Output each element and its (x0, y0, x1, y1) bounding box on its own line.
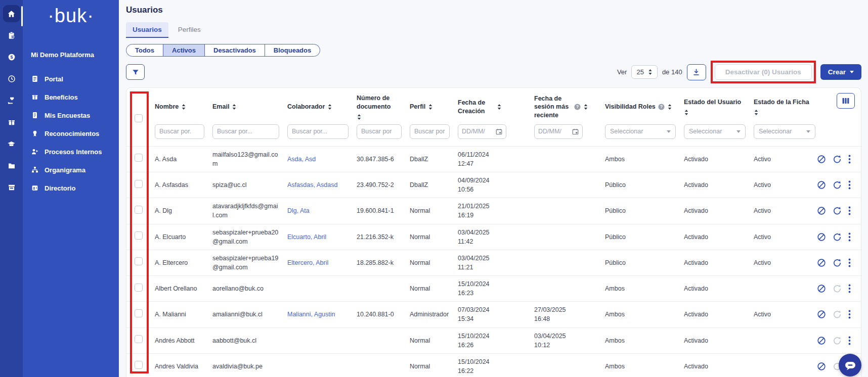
deactivate-user-button[interactable] (817, 284, 826, 293)
sort-icon[interactable] (232, 104, 237, 110)
deactivate-users-button[interactable]: Desactivar (0) Usuarios (715, 64, 812, 80)
row-checkbox[interactable] (135, 180, 143, 188)
segment-bloqueados[interactable]: Bloqueados (265, 44, 320, 56)
sidebar-item-reconocimientos[interactable]: Reconocimientos (23, 124, 119, 143)
column-header-estado-ficha[interactable]: Estado de la Ficha (754, 98, 815, 116)
sort-icon[interactable] (667, 104, 672, 110)
rail-time-button[interactable] (3, 70, 20, 87)
sort-icon[interactable] (497, 104, 502, 110)
restore-user-button[interactable] (833, 284, 842, 293)
collaborator-link[interactable]: Elcuarto, Abril (287, 233, 326, 241)
row-menu-button[interactable] (848, 310, 851, 319)
sort-icon[interactable] (754, 109, 759, 116)
deactivate-user-button[interactable] (817, 310, 826, 319)
row-checkbox[interactable] (135, 257, 143, 265)
rail-home-button[interactable] (3, 5, 20, 22)
row-checkbox[interactable] (135, 231, 143, 240)
restore-user-button[interactable] (833, 155, 842, 164)
tab-usuarios[interactable]: Usuarios (126, 22, 168, 38)
filter-perfil-input[interactable] (410, 124, 450, 139)
sort-icon[interactable] (181, 104, 186, 110)
column-header-colaborador[interactable]: Colaborador (287, 103, 349, 111)
deactivate-user-button[interactable] (817, 258, 826, 267)
segment-desactivados[interactable]: Desactivados (204, 44, 265, 56)
collaborator-link[interactable]: Asda, Asd (287, 156, 316, 163)
row-menu-button[interactable] (848, 232, 851, 242)
collaborator-link[interactable]: Dlg, Ata (287, 207, 310, 214)
restore-user-button[interactable] (833, 206, 842, 215)
filter-email-input[interactable] (212, 124, 279, 139)
sort-icon[interactable] (327, 104, 332, 110)
restore-user-button[interactable] (833, 180, 842, 190)
deactivate-user-button[interactable] (817, 180, 826, 190)
collaborator-link[interactable]: Eltercero, Abril (287, 259, 328, 266)
filter-documento-input[interactable] (357, 124, 402, 139)
rail-marketplace-button[interactable] (3, 179, 20, 196)
create-button[interactable]: Crear (820, 64, 861, 80)
row-menu-button[interactable] (848, 206, 851, 215)
row-checkbox[interactable] (135, 361, 143, 369)
row-checkbox[interactable] (135, 335, 143, 343)
column-header-visibilidad[interactable]: Visibilidad Roles? (605, 103, 676, 111)
column-header-documento[interactable]: Número de documento (357, 94, 402, 120)
rail-payroll-button[interactable]: $ (3, 49, 20, 66)
row-menu-button[interactable] (848, 180, 851, 190)
column-header-fecha-creacion[interactable]: Fecha de Creación (458, 99, 526, 116)
sort-icon[interactable] (428, 104, 433, 110)
filter-colaborador-input[interactable] (287, 124, 349, 139)
sidebar-item-organigrama[interactable]: Organigrama (23, 161, 119, 179)
column-settings-button[interactable] (837, 93, 855, 109)
row-checkbox[interactable] (135, 154, 143, 162)
help-icon[interactable]: ? (658, 104, 665, 110)
column-header-fecha-sesion[interactable]: Fecha de sesión más reciente? (534, 95, 597, 120)
column-header-estado-usuario[interactable]: Estado del Usuario (684, 98, 746, 116)
sort-icon[interactable] (583, 104, 588, 110)
restore-user-button[interactable] (833, 336, 842, 345)
row-checkbox[interactable] (135, 309, 143, 317)
row-menu-button[interactable] (848, 258, 851, 267)
download-button[interactable] (687, 64, 706, 80)
restore-user-button[interactable] (833, 258, 842, 267)
segment-activos[interactable]: Activos (163, 44, 204, 56)
rail-documents-button[interactable] (3, 157, 20, 174)
help-icon[interactable]: ? (574, 104, 581, 110)
deactivate-user-button[interactable] (817, 336, 826, 345)
rail-benefits-button[interactable] (3, 114, 20, 131)
row-checkbox[interactable] (135, 206, 143, 214)
sort-icon[interactable] (357, 114, 362, 120)
filter-estado-ficha-select[interactable]: Seleccionar (754, 124, 815, 139)
row-menu-button[interactable] (848, 284, 851, 293)
restore-user-button[interactable] (833, 310, 842, 319)
filter-button[interactable] (126, 64, 145, 80)
segment-todos[interactable]: Todos (126, 44, 163, 56)
tab-perfiles[interactable]: Perfiles (171, 22, 207, 38)
chat-fab-button[interactable] (839, 354, 861, 376)
sidebar-item-procesos-internos[interactable]: Procesos Internos (23, 143, 119, 161)
sidebar-item-portal[interactable]: Portal (23, 70, 119, 88)
filter-nombre-input[interactable] (155, 124, 204, 139)
sidebar-item-directorio[interactable]: Directorio (23, 179, 119, 197)
rail-training-button[interactable] (3, 135, 20, 153)
collaborator-link[interactable]: Asfasdas, Asdasd (287, 181, 337, 188)
filter-fecha-creacion-input[interactable]: DD/MM/ (458, 124, 506, 139)
select-all-checkbox[interactable] (135, 114, 143, 122)
sidebar-item-mis-encuestas[interactable]: Mis Encuestas (23, 106, 119, 124)
deactivate-user-button[interactable] (817, 155, 826, 164)
rail-tasks-button[interactable] (3, 27, 20, 44)
filter-visibilidad-select[interactable]: Seleccionar (605, 124, 676, 139)
deactivate-user-button[interactable] (817, 232, 826, 242)
page-size-select[interactable]: 25 (631, 65, 657, 79)
sort-icon[interactable] (684, 109, 689, 116)
row-menu-button[interactable] (848, 336, 851, 345)
column-header-perfil[interactable]: Perfil (410, 103, 450, 111)
rail-talent-button[interactable] (3, 92, 20, 109)
collaborator-link[interactable]: Malianni, Agustin (287, 311, 335, 318)
deactivate-user-button[interactable] (817, 206, 826, 215)
restore-user-button[interactable] (833, 232, 842, 242)
row-checkbox[interactable] (135, 284, 143, 292)
row-menu-button[interactable] (848, 155, 851, 164)
sidebar-item-beneficios[interactable]: Beneficios (23, 88, 119, 106)
deactivate-user-button[interactable] (817, 362, 826, 371)
column-header-nombre[interactable]: Nombre (155, 103, 204, 111)
filter-fecha-sesion-input[interactable]: DD/MM/ (534, 124, 583, 139)
